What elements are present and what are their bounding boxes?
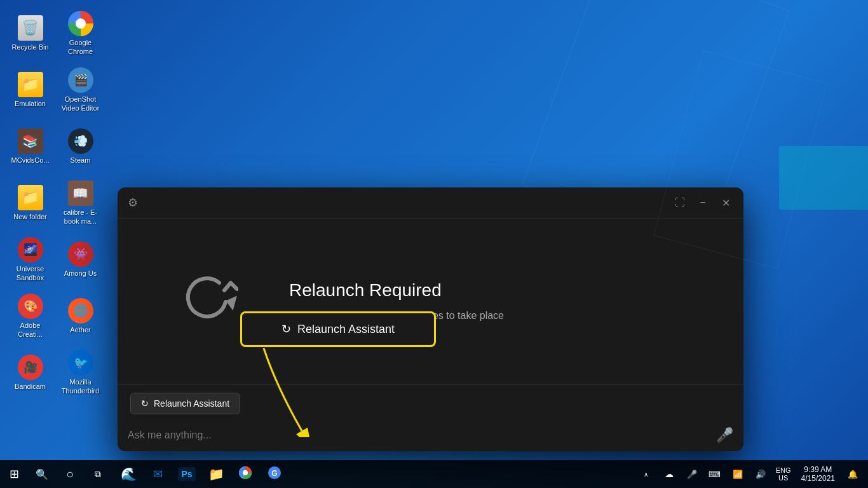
taskbar-cortana-button[interactable]: ○ — [56, 460, 84, 488]
taskbar: ⊞ 🔍 ○ ⧉ 🌊 ✉ Ps 📁 — [0, 460, 868, 488]
cortana-icon: ○ — [66, 467, 74, 482]
relaunch-button[interactable]: ↻ Relaunch Assistant — [130, 393, 240, 414]
svg-point-3 — [243, 470, 248, 475]
search-icon: 🔍 — [36, 468, 48, 480]
taskbar-search-button[interactable]: 🔍 — [28, 460, 56, 488]
photoshop-icon: Ps — [178, 467, 195, 481]
taskbar-photoshop[interactable]: Ps — [173, 460, 201, 488]
emulation-label: Emulation — [15, 100, 46, 108]
desktop-icon-steam[interactable]: 💨 Steam — [57, 119, 104, 173]
desktop-icon-new-folder[interactable]: 📁 New folder — [6, 176, 54, 230]
universe-sandbox-label: Universe Sandbox — [9, 265, 51, 281]
desktop-icon-thunderbird[interactable]: 🐦 Mozilla Thunderbird — [57, 346, 104, 400]
modal-input-bar: 🎤 — [118, 422, 743, 451]
start-icon: ⊞ — [10, 467, 19, 481]
desktop-icon-openshot[interactable]: 🎬 OpenShot Video Editor — [57, 63, 104, 117]
bandicam-label: Bandicam — [15, 383, 46, 391]
tray-keyboard[interactable]: ⌨ — [705, 460, 725, 488]
desktop-icon-among-us[interactable]: 👾 Among Us — [57, 233, 104, 287]
desktop-icon-bandicam[interactable]: 🎥 Bandicam — [6, 346, 54, 400]
google-app-icon: G — [268, 466, 281, 482]
mail-icon: ✉ — [153, 467, 163, 481]
desktop-icons: 🗑️ Recycle Bin Google Chrome 📁 Emulation — [6, 6, 104, 400]
among-us-label: Among Us — [64, 269, 97, 278]
tray-chevron[interactable]: ∧ — [636, 460, 656, 488]
lang2-label: US — [778, 474, 788, 482]
tray-network[interactable]: 📶 — [728, 460, 748, 488]
tray-mic[interactable]: 🎤 — [682, 460, 702, 488]
task-view-icon: ⧉ — [95, 469, 101, 480]
desktop-icon-adobe[interactable]: 🎨 Adobe Creati... — [6, 289, 54, 343]
modal-title: Relaunch Required — [289, 280, 712, 301]
edge-icon: 🌊 — [121, 466, 137, 482]
highlighted-relaunch-button[interactable]: ↻ Relaunch Assistant — [240, 311, 436, 347]
taskbar-system-tray: ∧ ☁ 🎤 ⌨ 📶 🔊 ENG US 9:39 AM — [636, 460, 868, 488]
lang-label: ENG — [776, 466, 791, 474]
files-icon: 📁 — [208, 466, 224, 482]
taskbar-edge[interactable]: 🌊 — [114, 460, 142, 488]
desktop-icon-calibre[interactable]: 📖 calibre - E-book ma... — [57, 176, 104, 230]
desktop-icon-recycle-bin[interactable]: 🗑️ Recycle Bin — [6, 6, 54, 60]
arrow-annotation — [251, 348, 327, 437]
chrome-label: Google Chrome — [59, 39, 102, 55]
modal-expand-button[interactable]: ⛶ — [672, 195, 688, 210]
tray-time: 9:39 AM — [804, 465, 832, 474]
taskbar-task-view-button[interactable]: ⧉ — [84, 460, 112, 488]
volume-icon: 🔊 — [756, 470, 766, 479]
refresh-svg — [175, 270, 238, 334]
tray-notifications[interactable]: 🔔 — [843, 460, 863, 488]
taskbar-chrome-pinned[interactable] — [231, 460, 259, 488]
tray-volume[interactable]: 🔊 — [750, 460, 771, 488]
taskbar-files[interactable]: 📁 — [202, 460, 230, 488]
chrome-pinned-icon — [239, 466, 252, 482]
highlighted-relaunch-label: Relaunch Assistant — [297, 323, 395, 336]
desktop-icon-aether[interactable]: 🌐 Aether — [57, 289, 104, 343]
relaunch-icon: ↻ — [141, 398, 149, 409]
tray-date: 4/15/2021 — [801, 474, 835, 483]
adobe-label: Adobe Creati... — [9, 322, 51, 338]
desktop: 🗑️ Recycle Bin Google Chrome 📁 Emulation — [0, 0, 868, 488]
openshot-label: OpenShot Video Editor — [59, 95, 102, 112]
modal-mic-icon[interactable]: 🎤 — [716, 427, 733, 444]
modal-minimize-button[interactable]: − — [695, 195, 710, 210]
taskbar-start-button[interactable]: ⊞ — [0, 460, 28, 488]
chevron-icon: ∧ — [644, 471, 648, 478]
modal-footer: ↻ Relaunch Assistant — [118, 384, 743, 422]
modal-settings-icon[interactable]: ⚙ — [128, 196, 138, 210]
refresh-icon-large — [168, 264, 245, 340]
calibre-label: calibre - E-book ma... — [59, 208, 102, 225]
new-folder-label: New folder — [13, 213, 47, 221]
relaunch-label: Relaunch Assistant — [154, 398, 229, 409]
desktop-icon-universe-sandbox[interactable]: 🌌 Universe Sandbox — [6, 233, 54, 287]
steam-label: Steam — [71, 156, 91, 165]
network-icon: 📶 — [733, 470, 743, 479]
modal-titlebar: ⚙ ⛶ − ✕ — [118, 187, 743, 219]
recycle-bin-label: Recycle Bin — [11, 43, 48, 51]
cloud-icon: ☁ — [665, 469, 674, 479]
modal-search-input[interactable] — [128, 430, 716, 441]
thunderbird-label: Mozilla Thunderbird — [59, 378, 102, 395]
taskbar-google-app[interactable]: G — [261, 460, 288, 488]
modal-close-button[interactable]: ✕ — [718, 195, 733, 210]
desktop-accent — [779, 146, 868, 210]
tray-clock[interactable]: 9:39 AM 4/15/2021 — [796, 460, 840, 488]
mic-icon: 🎤 — [687, 470, 697, 479]
tray-cloud[interactable]: ☁ — [659, 460, 679, 488]
tray-language[interactable]: ENG US — [773, 466, 794, 482]
modal-controls: ⛶ − ✕ — [672, 195, 733, 210]
desktop-icon-emulation[interactable]: 📁 Emulation — [6, 63, 54, 117]
desktop-icon-chrome[interactable]: Google Chrome — [57, 6, 104, 60]
mcvids-label: MCvidsCo... — [11, 156, 50, 165]
aether-label: Aether — [70, 326, 90, 334]
desktop-icon-mcvids[interactable]: 📚 MCvidsCo... — [6, 119, 54, 173]
notifications-icon: 🔔 — [848, 470, 858, 479]
highlighted-relaunch-icon: ↻ — [281, 322, 291, 336]
taskbar-mail[interactable]: ✉ — [144, 460, 172, 488]
svg-text:G: G — [271, 469, 277, 478]
modal-body: Relaunch Required A relaunch is required… — [118, 219, 743, 384]
keyboard-icon: ⌨ — [709, 470, 721, 479]
taskbar-apps: 🌊 ✉ Ps 📁 — [112, 460, 636, 488]
